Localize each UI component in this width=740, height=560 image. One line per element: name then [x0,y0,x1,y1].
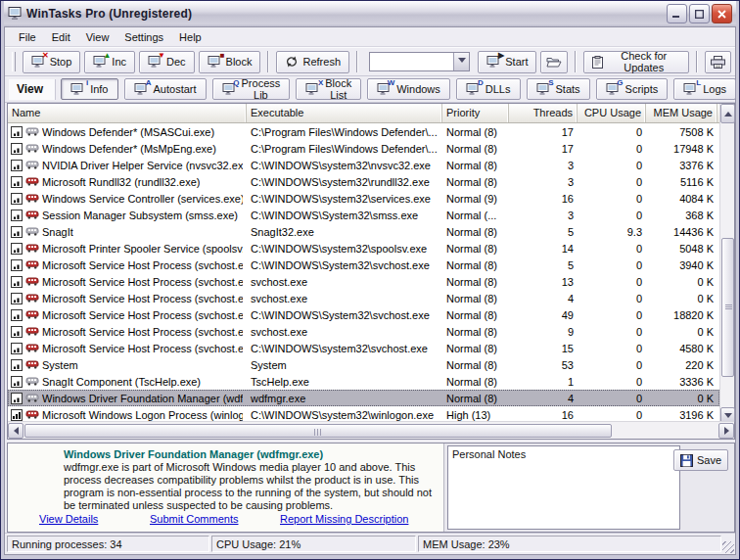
menu-item-edit[interactable]: Edit [44,29,78,45]
tab-windows[interactable]: WWindows [367,78,450,100]
view-details-link[interactable]: View Details [39,513,98,525]
start-process-button[interactable]: ▶ Start [478,51,536,73]
open-folder-icon [546,56,562,68]
process-cpu-usage: 0 [578,343,646,354]
refresh-button[interactable]: Refresh [276,51,349,73]
process-row-selected[interactable]: Windows Driver Foundation Manager (wdfmg… [8,390,719,406]
activity-chart-icon [11,293,23,304]
decrease-priority-button[interactable]: ▼ Dec [139,51,195,73]
menu-item-settings[interactable]: Settings [116,29,171,45]
red-vehicle-icon [25,277,39,286]
process-cpu-usage: 0 [578,293,646,304]
process-row[interactable]: NVIDIA Driver Helper Service (nvsvc32.ex… [8,157,719,173]
scroll-left-button[interactable] [8,423,23,439]
process-row[interactable]: Microsoft Service Host Process (svchost.… [8,273,719,290]
tab-dlls[interactable]: DDLLs [456,78,521,100]
process-row[interactable]: SnagIt Component (TscHelp.exe)TscHelp.ex… [8,373,719,390]
process-row[interactable]: Session Manager Subsystem (smss.exe)C:\W… [8,207,719,223]
red-vehicle-icon [25,310,39,319]
title-bar[interactable]: WinTasks Pro (Unregistered) [4,1,736,26]
process-threads: 17 [509,126,578,138]
process-executable: C:\WINDOWS\System32\smss.exe [247,210,442,221]
process-row[interactable]: SnagItSnagIt32.exeNormal (8)59.314436 K [8,223,719,240]
menu-item-help[interactable]: Help [171,29,209,45]
menu-item-file[interactable]: File [11,29,44,45]
process-row[interactable]: Microsoft Printer Spooler Service (spool… [8,240,719,257]
tab-logs[interactable]: LLogs [673,78,736,100]
submit-comments-link[interactable]: Submit Comments [150,513,238,525]
tab-label: DLLs [486,83,511,95]
tab-info[interactable]: iInfo [61,78,117,100]
tab-stats[interactable]: SStats [527,78,590,100]
close-button[interactable] [712,4,732,23]
scroll-right-button[interactable] [718,423,734,439]
menu-bar: FileEditViewSettingsHelp [5,27,735,47]
column-header-executable[interactable]: Executable [247,104,442,122]
combobox-dropdown-arrow-icon[interactable] [453,53,469,70]
process-mem-usage: 4580 K [646,343,717,354]
process-row[interactable]: Microsoft Service Host Process (svchost.… [8,290,719,306]
stop-process-button[interactable]: ✕ Stop [23,51,81,73]
tab-label: Autostart [154,83,197,95]
process-filter-combobox[interactable] [369,52,470,71]
print-button[interactable] [705,51,731,73]
monitor-info-icon: i [70,83,85,96]
process-priority: Normal (8) [442,226,509,238]
column-header-priority[interactable]: Priority [442,104,509,122]
activity-chart-icon [11,210,23,221]
process-row[interactable]: SystemSystemNormal (8)530220 K [8,356,719,373]
column-header-name[interactable]: Name [8,104,247,122]
column-header-mem-usage[interactable]: MEM Usage [646,104,717,122]
process-threads: 16 [509,193,578,205]
tab-process-lib[interactable]: QProcess Lib [212,78,291,100]
resize-grip[interactable] [722,541,734,553]
combobox-value [370,53,453,70]
column-header-cpu-usage[interactable]: CPU Usage [578,104,646,122]
horizontal-scroll-thumb[interactable] [24,424,612,438]
tab-scripts[interactable]: GScripts [596,78,669,100]
save-notes-button[interactable]: Save [673,449,728,471]
column-header-threads[interactable]: Threads [509,104,578,122]
maximize-button[interactable] [689,4,710,23]
tab-autostart[interactable]: AAutostart [124,78,207,100]
minimize-button[interactable] [667,4,687,23]
process-row[interactable]: Microsoft Service Host Process (svchost.… [8,306,719,323]
process-row[interactable]: Microsoft Rundll32 (rundll32.exe)C:\WIND… [8,173,719,190]
check-for-updates-button[interactable]: Check for Updates [583,51,689,73]
process-name: SnagIt [42,226,73,238]
process-executable: System [247,359,442,371]
app-monitor-icon [8,7,23,21]
floppy-disk-icon [680,454,693,467]
process-cpu-usage: 0 [578,326,646,338]
process-row[interactable]: Microsoft Service Host Process (svchost.… [8,323,719,340]
toolbar-grip[interactable] [12,52,16,71]
horizontal-scrollbar[interactable] [8,421,734,439]
tab-label: Block List [325,77,351,101]
left-arrow-icon [10,427,19,435]
process-row[interactable]: Windows Service Controller (services.exe… [8,190,719,207]
report-missing-description-link[interactable]: Report Missing Description [280,513,408,525]
activity-chart-icon [11,126,23,138]
menu-item-view[interactable]: View [78,29,117,45]
vertical-scroll-thumb[interactable] [721,238,734,377]
process-name: Microsoft Windows Logon Process (winlogo… [42,409,243,421]
tab-block-list[interactable]: XBlock List [296,78,361,100]
activity-chart-icon [11,226,23,238]
increase-priority-button[interactable]: ▲ Inc [84,51,135,73]
process-row[interactable]: Windows Defender* (MSASCui.exe)C:\Progra… [8,123,719,140]
personal-notes-field[interactable]: Personal Notes [447,445,680,530]
process-executable: C:\WINDOWS\system32\spoolsv.exe [247,243,442,255]
process-mem-usage: 3376 K [646,160,717,171]
block-process-button[interactable]: ■ Block [199,51,261,73]
scroll-up-button[interactable] [720,104,735,123]
gray-vehicle-icon [25,127,39,136]
open-file-button[interactable] [540,51,568,73]
process-cpu-usage: 0 [578,359,646,371]
process-row[interactable]: Microsoft Service Host Process (svchost.… [8,340,719,356]
vertical-scrollbar[interactable] [719,104,734,423]
process-cpu-usage: 0 [578,409,646,421]
toolbar-separator [267,51,269,72]
process-row[interactable]: Microsoft Service Host Process (svchost.… [8,257,719,273]
red-vehicle-icon [25,210,39,219]
process-row[interactable]: Windows Defender* (MsMpEng.exe)C:\Progra… [8,140,719,157]
